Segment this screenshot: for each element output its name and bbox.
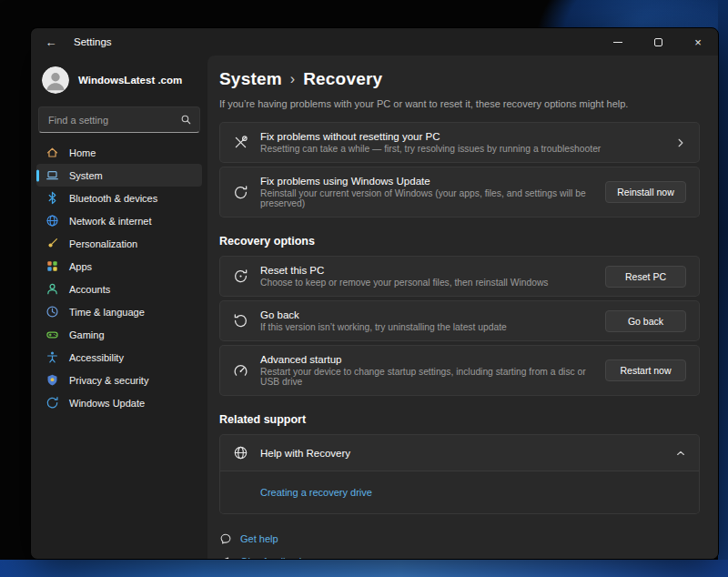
footer-links: Get help Give feedback <box>219 532 700 560</box>
card-reset-this-pc: Reset this PC Choose to keep or remove y… <box>219 256 700 297</box>
close-icon: × <box>694 35 702 49</box>
card-text: Reset this PC Choose to keep or remove y… <box>260 263 593 289</box>
page-description: If you’re having problems with your PC o… <box>219 98 700 109</box>
chevron-up-icon <box>675 448 686 459</box>
content-pane: System › Recovery If you’re having probl… <box>207 56 718 559</box>
card-title: Go back <box>260 309 593 320</box>
sidebar-item-system[interactable]: System <box>36 164 202 187</box>
sidebar-item-gaming[interactable]: Gaming <box>36 323 202 346</box>
wallpaper-bottom-band <box>0 560 728 577</box>
card-title: Fix problems using Windows Update <box>260 176 593 187</box>
breadcrumb-system[interactable]: System <box>219 69 282 89</box>
sidebar-item-privacy-security[interactable]: Privacy & security <box>36 369 202 391</box>
sidebar-item-personalization[interactable]: Personalization <box>36 232 202 255</box>
user-profile[interactable]: WindowsLatest .com <box>36 59 202 103</box>
sidebar-item-accounts[interactable]: Accounts <box>36 278 202 300</box>
give-feedback-link[interactable]: Give feedback <box>240 556 304 560</box>
creating-recovery-drive-link[interactable]: Creating a recovery drive <box>260 487 372 498</box>
sidebar-item-windows-update[interactable]: Windows Update <box>36 391 202 414</box>
sidebar-item-label: Privacy & security <box>69 375 148 386</box>
help-globe-icon <box>233 445 248 461</box>
sidebar-item-label: System <box>69 170 103 181</box>
wallpaper-edge <box>718 0 728 577</box>
sidebar-item-bluetooth-devices[interactable]: Bluetooth & devices <box>36 187 202 209</box>
help-card-body: Creating a recovery drive <box>220 471 699 513</box>
breadcrumb: System › Recovery <box>219 69 700 89</box>
sidebar-item-accessibility[interactable]: Accessibility <box>36 346 202 369</box>
system-icon <box>46 168 59 182</box>
back-button[interactable]: ← <box>35 30 66 54</box>
card-go-back: Go back If this version isn’t working, t… <box>219 300 700 341</box>
sidebar-item-label: Time & language <box>69 307 145 318</box>
startup-gauge-icon <box>233 363 248 379</box>
card-subtitle: Choose to keep or remove your personal f… <box>260 278 593 288</box>
card-subtitle: Restart your device to change startup se… <box>260 367 593 387</box>
search-icon <box>180 114 192 126</box>
bluetooth-icon <box>46 191 59 205</box>
avatar <box>42 66 69 94</box>
card-title: Reset this PC <box>260 265 593 276</box>
back-icon: ← <box>46 35 57 49</box>
card-title: Advanced startup <box>260 354 593 365</box>
sidebar-item-label: Accessibility <box>69 352 124 363</box>
card-text: Advanced startup Restart your device to … <box>260 352 593 389</box>
chat-bubble-icon <box>219 532 232 545</box>
clock-icon <box>46 305 59 319</box>
go-back-button[interactable]: Go back <box>605 310 686 332</box>
reinstall-now-button[interactable]: Reinstall now <box>605 181 686 203</box>
shield-icon <box>46 373 59 387</box>
desktop: ← Settings × WindowsLatest .com <box>0 0 728 577</box>
help-card-title: Help with Recovery <box>260 448 663 459</box>
search-box <box>38 106 200 133</box>
card-subtitle: If this version isn’t working, try unins… <box>260 322 593 332</box>
sidebar-item-label: Gaming <box>69 329 105 340</box>
get-help-link[interactable]: Get help <box>240 533 278 544</box>
search-input[interactable] <box>48 115 180 126</box>
give-feedback-row: Give feedback <box>219 555 700 560</box>
accessibility-person-icon <box>46 350 59 364</box>
card-fix-problems-windows-update: Fix problems using Windows Update Reinst… <box>219 167 700 218</box>
gamepad-icon <box>46 328 59 341</box>
sidebar-item-label: Accounts <box>69 284 110 295</box>
history-back-icon <box>233 313 248 329</box>
help-card: Help with Recovery Creating a recovery d… <box>219 434 700 514</box>
page-title: Recovery <box>303 69 382 89</box>
close-button[interactable]: × <box>678 28 718 56</box>
card-fix-problems-without-resetting[interactable]: Fix problems without resetting your PC R… <box>219 122 700 163</box>
megaphone-icon <box>219 555 232 560</box>
card-subtitle: Resetting can take a while — first, try … <box>260 144 663 154</box>
reset-pc-button[interactable]: Reset PC <box>605 266 686 288</box>
card-title: Fix problems without resetting your PC <box>260 131 663 142</box>
sync-arrows-icon <box>233 185 248 200</box>
help-with-recovery-toggle[interactable]: Help with Recovery <box>220 435 699 471</box>
sidebar-item-label: Home <box>69 147 96 158</box>
card-subtitle: Reinstall your current version of Window… <box>260 188 593 208</box>
troubleshoot-tools-icon <box>233 135 248 150</box>
restart-now-button[interactable]: Restart now <box>605 359 686 381</box>
minimize-button[interactable] <box>598 28 638 56</box>
home-icon <box>46 146 59 159</box>
sidebar: WindowsLatest .com Home System <box>31 56 207 559</box>
sidebar-item-label: Windows Update <box>69 398 145 409</box>
sidebar-item-apps[interactable]: Apps <box>36 255 202 278</box>
card-text: Go back If this version isn’t working, t… <box>260 308 593 334</box>
breadcrumb-separator-icon: › <box>290 71 295 87</box>
sidebar-item-network-internet[interactable]: Network & internet <box>36 209 202 232</box>
card-text: Fix problems using Windows Update Reinst… <box>260 174 593 210</box>
globe-icon <box>46 214 59 228</box>
chevron-right-icon <box>675 137 686 148</box>
recovery-cards: Reset this PC Choose to keep or remove y… <box>219 256 700 396</box>
user-name: WindowsLatest .com <box>78 75 182 86</box>
maximize-icon <box>654 38 662 46</box>
sidebar-item-home[interactable]: Home <box>36 141 202 164</box>
sidebar-item-label: Bluetooth & devices <box>69 193 157 204</box>
card-text: Fix problems without resetting your PC R… <box>260 129 663 156</box>
maximize-button[interactable] <box>638 28 678 56</box>
section-related-support: Related support <box>219 413 700 426</box>
sidebar-item-label: Apps <box>69 261 92 272</box>
person-icon <box>46 282 59 296</box>
sidebar-item-time-language[interactable]: Time & language <box>36 300 202 323</box>
sidebar-item-label: Personalization <box>69 238 137 249</box>
reset-arrow-icon <box>233 268 248 284</box>
card-advanced-startup: Advanced startup Restart your device to … <box>219 345 700 396</box>
